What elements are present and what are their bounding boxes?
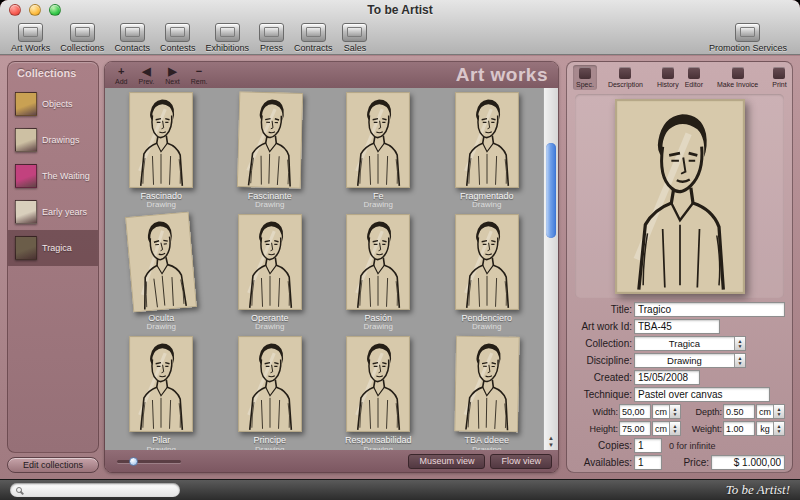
width-unit-dropdown[interactable]: cm (652, 404, 681, 419)
artwork-item[interactable]: OcultaDrawing (109, 214, 213, 332)
toolbar-item-exhibitions[interactable]: Exhibitions (200, 22, 254, 54)
artwork-item[interactable]: FascinanteDrawing (218, 92, 322, 210)
technique-label: Technique: (574, 389, 632, 400)
stepper-arrows-icon[interactable] (773, 405, 784, 418)
toolbar-item-contracts[interactable]: Contracts (289, 22, 338, 54)
search-icon (16, 487, 22, 493)
height-input[interactable] (619, 421, 651, 436)
artwork-grid: FascinadoDrawingFascinanteDrawingFeDrawi… (105, 88, 543, 450)
thumbnail-size-slider[interactable] (117, 457, 181, 466)
width-input[interactable] (619, 404, 651, 419)
toolbar-item-label: Collections (60, 43, 104, 53)
flow-view-button[interactable]: Flow view (490, 454, 552, 469)
status-bar: To be Artist! (0, 479, 800, 500)
toolbar-item-sales[interactable]: Sales (337, 22, 372, 54)
created-input[interactable] (634, 370, 700, 385)
width-unit-value: cm (653, 407, 669, 417)
artwork-type: Drawing (472, 323, 501, 332)
sidebar-item-drawings[interactable]: Drawings (8, 122, 98, 158)
gallery-tool-rem[interactable]: −Rem. (191, 66, 208, 85)
weight-label: Weight: (682, 424, 722, 434)
height-label: Height: (574, 424, 618, 434)
traffic-lights (9, 4, 61, 16)
title-input[interactable] (634, 302, 785, 317)
museum-view-button[interactable]: Museum view (408, 454, 485, 469)
artwork-item[interactable]: TBA ddeeeDrawing (435, 336, 539, 450)
depth-input[interactable] (723, 404, 755, 419)
technique-input[interactable] (634, 387, 770, 402)
stepper-arrows-icon[interactable] (734, 337, 745, 350)
minimize-button[interactable] (29, 4, 41, 16)
sidebar-item-early-years[interactable]: Early years (8, 194, 98, 230)
contests-icon (165, 23, 190, 42)
toolbar-item-label: Promotion Services (709, 43, 787, 53)
sidebar-item-tragica[interactable]: Tragica (8, 230, 98, 266)
toolbar-item-label: Contracts (294, 43, 333, 53)
details-tab-spec[interactable]: Spec. (573, 65, 597, 90)
artwork-id-label: Art work Id: (574, 321, 632, 332)
artwork-item[interactable]: PasiónDrawing (326, 214, 430, 332)
details-tab-print[interactable]: Print (769, 65, 789, 90)
scrollbar-thumb[interactable] (546, 143, 556, 238)
zoom-button[interactable] (49, 4, 61, 16)
stepper-arrows-icon[interactable] (773, 422, 784, 435)
toolbar-item-press[interactable]: Press (254, 22, 289, 54)
depth-unit-value: cm (757, 407, 773, 417)
edit-collections-button[interactable]: Edit collections (7, 457, 99, 473)
details-tab-label: History (657, 81, 679, 88)
stepper-arrows-icon[interactable] (669, 422, 680, 435)
copies-input[interactable] (634, 438, 662, 453)
toolbar-item-contacts[interactable]: Contacts (109, 22, 155, 54)
weight-unit-dropdown[interactable]: kg (756, 421, 785, 436)
artwork-item[interactable]: FascinadoDrawing (109, 92, 213, 210)
artwork-item[interactable]: OperanteDrawing (218, 214, 322, 332)
window-chrome: To be Artist Art WorksCollectionsContact… (0, 0, 800, 55)
artwork-item[interactable]: PrincipeDrawing (218, 336, 322, 450)
next-icon: ▶ (168, 66, 176, 77)
discipline-dropdown[interactable]: Drawing (634, 353, 746, 368)
stepper-arrows-icon[interactable] (734, 354, 745, 367)
scrollbar-arrows-icon[interactable] (544, 435, 558, 449)
sidebar-item-the-waiting[interactable]: The Waiting (8, 158, 98, 194)
stepper-arrows-icon[interactable] (669, 405, 680, 418)
depth-unit-dropdown[interactable]: cm (756, 404, 785, 419)
availables-input[interactable] (634, 455, 662, 470)
artwork-item[interactable]: PilarDrawing (109, 336, 213, 450)
artwork-item[interactable]: PendencieroDrawing (435, 214, 539, 332)
search-input[interactable] (26, 485, 174, 495)
details-tab-history[interactable]: History (654, 65, 682, 90)
artwork-type: Drawing (472, 201, 501, 210)
details-tab-label: Spec. (576, 81, 594, 88)
depth-label: Depth: (682, 407, 722, 417)
artwork-type: Drawing (364, 201, 393, 210)
sidebar-item-objects[interactable]: Objects (8, 86, 98, 122)
details-tab-description[interactable]: Description (605, 65, 646, 90)
view-buttons: Museum viewFlow view (408, 454, 552, 469)
details-tab-label: Description (608, 81, 643, 88)
gallery-tool-prev[interactable]: ◀Prev. (138, 66, 154, 85)
details-tab-editor[interactable]: Editor (682, 65, 706, 90)
toolbar-item-promotion-services[interactable]: Promotion Services (704, 22, 792, 54)
gallery-scrollbar[interactable] (543, 88, 558, 450)
toolbar-item-art-works[interactable]: Art Works (6, 22, 55, 54)
gallery-tool-next[interactable]: ▶Next (165, 66, 179, 85)
slider-knob[interactable] (129, 457, 138, 466)
details-tab-make-invoice[interactable]: Make Invoice (714, 65, 761, 90)
artwork-item[interactable]: ResponsabilidadDrawing (326, 336, 430, 450)
artwork-id-input[interactable] (634, 319, 720, 334)
weight-unit-value: kg (757, 424, 773, 434)
toolbar-item-contests[interactable]: Contests (155, 22, 201, 54)
collection-dropdown[interactable]: Tragica (634, 336, 746, 351)
artwork-item[interactable]: FragmentadoDrawing (435, 92, 539, 210)
artwork-item[interactable]: FeDrawing (326, 92, 430, 210)
artwork-type: Drawing (147, 446, 176, 450)
close-button[interactable] (9, 4, 21, 16)
gallery-tool-add[interactable]: +Add (115, 66, 127, 85)
search-field[interactable] (10, 483, 180, 497)
toolbar-item-collections[interactable]: Collections (55, 22, 109, 54)
weight-input[interactable] (723, 421, 755, 436)
price-input[interactable] (711, 455, 785, 470)
height-unit-dropdown[interactable]: cm (652, 421, 681, 436)
details-tabs-right: EditorMake InvoicePrint (682, 65, 790, 90)
artwork-type: Drawing (364, 446, 393, 450)
